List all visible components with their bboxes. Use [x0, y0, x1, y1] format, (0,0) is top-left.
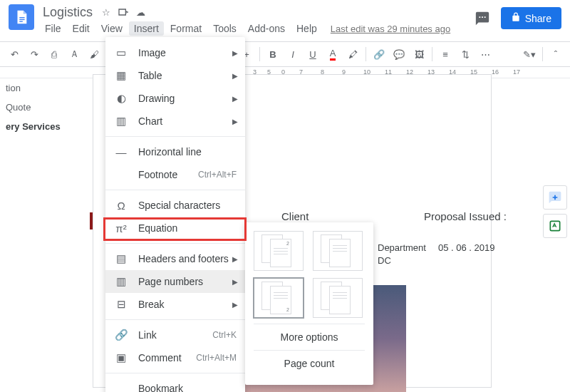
doc-client-line2: DC — [378, 255, 391, 266]
insert-menu-dropdown: ▭Image▶ ▦Table▶ ◐Drawing▶ ▥Chart▶ ―Horiz… — [105, 37, 245, 392]
menu-item-headers-footers[interactable]: ▤Headers and footers▶ — [105, 247, 245, 270]
menu-format[interactable]: Format — [165, 21, 207, 36]
pagenum-option-bottom-right-skip-first[interactable] — [313, 278, 363, 318]
outline-item[interactable]: ery Services — [0, 117, 86, 136]
italic-icon[interactable]: I — [284, 46, 301, 63]
move-icon[interactable] — [117, 6, 130, 19]
submenu-arrow-icon: ▶ — [232, 118, 238, 125]
star-icon[interactable]: ☆ — [100, 6, 113, 19]
pagenum-icon: ▥ — [114, 274, 128, 289]
doc-date: 05 . 06 . 2019 — [438, 242, 495, 253]
menu-item-table[interactable]: ▦Table▶ — [105, 64, 245, 87]
redo-icon[interactable]: ↷ — [26, 46, 43, 63]
align-icon[interactable]: ≡ — [437, 46, 454, 63]
submenu-arrow-icon: ▶ — [232, 255, 238, 263]
menu-addons[interactable]: Add-ons — [243, 21, 290, 36]
menu-item-special-chars[interactable]: ΩSpecial characters — [105, 194, 245, 217]
editing-mode-icon[interactable]: ✎▾ — [521, 46, 538, 63]
more-icon[interactable]: ⋯ — [477, 46, 494, 63]
menu-item-hr[interactable]: ―Horizontal line — [105, 140, 245, 163]
text-color-icon[interactable]: A — [324, 46, 341, 63]
title-bar: Logistics ☆ ☁ File Edit View Insert Form… — [0, 0, 570, 41]
insert-link-icon[interactable]: 🔗 — [370, 46, 388, 63]
menu-item-drawing[interactable]: ◐Drawing▶ — [105, 87, 245, 110]
spellcheck-icon[interactable]: Ａ — [66, 46, 83, 63]
document-title[interactable]: Logistics — [40, 5, 95, 20]
omega-icon: Ω — [114, 198, 128, 212]
cloud-icon[interactable]: ☁ — [134, 6, 147, 19]
highlight-icon[interactable]: 🖍 — [344, 46, 361, 63]
svg-rect-1 — [19, 19, 24, 20]
insert-comment-icon[interactable]: 💬 — [390, 46, 408, 63]
share-label: Share — [525, 13, 551, 24]
bookmark-icon — [114, 381, 128, 392]
break-icon: ⊟ — [114, 297, 128, 311]
svg-rect-0 — [19, 17, 24, 18]
submenu-arrow-icon: ▶ — [232, 72, 238, 80]
menu-insert[interactable]: Insert — [129, 21, 164, 36]
open-comments-icon[interactable] — [472, 9, 492, 29]
share-button[interactable]: Share — [501, 7, 561, 29]
pi-icon: π² — [114, 221, 128, 235]
table-icon: ▦ — [114, 68, 128, 83]
pagenum-page-count[interactable]: Page count — [254, 350, 365, 376]
page-numbers-submenu: 2 2 More options Page count — [245, 222, 373, 385]
submenu-arrow-icon: ▶ — [232, 278, 238, 286]
drawing-icon: ◐ — [114, 91, 128, 105]
footnote-icon — [114, 167, 128, 182]
pagenum-option-top-right[interactable]: 2 — [254, 231, 304, 271]
bold-icon[interactable]: B — [264, 46, 281, 63]
header-icon: ▤ — [114, 252, 128, 266]
insert-image-icon[interactable]: 🖼 — [410, 46, 428, 63]
document-outline: tion Quote ery Services — [0, 78, 86, 136]
last-edit-link[interactable]: Last edit was 29 minutes ago — [331, 24, 450, 34]
paint-format-icon[interactable]: 🖌 — [86, 46, 103, 63]
hr-icon: ― — [114, 145, 128, 159]
menu-item-page-numbers[interactable]: ▥Page numbers▶ — [105, 270, 245, 293]
doc-client-label: Client — [281, 210, 309, 222]
toolbar: ↶ ↷ ⎙ Ａ 🖌 1 − 13 + B I U A 🖍 🔗 💬 🖼 ≡ ⇅ ⋯… — [0, 41, 570, 67]
menu-view[interactable]: View — [96, 21, 128, 36]
link-icon: 🔗 — [114, 328, 128, 342]
menu-edit[interactable]: Edit — [68, 21, 95, 36]
menu-item-bookmark[interactable]: Bookmark — [105, 377, 245, 392]
undo-icon[interactable]: ↶ — [6, 46, 23, 63]
submenu-arrow-icon: ▶ — [232, 49, 238, 57]
chart-icon: ▥ — [114, 114, 128, 128]
submenu-arrow-icon: ▶ — [232, 95, 238, 103]
pagenum-option-top-right-skip-first[interactable] — [313, 231, 363, 271]
lock-icon — [511, 12, 521, 24]
pagenum-more-options[interactable]: More options — [254, 324, 365, 350]
docs-app-icon[interactable] — [9, 4, 34, 30]
menu-help[interactable]: Help — [291, 21, 322, 36]
menu-tools[interactable]: Tools — [208, 21, 242, 36]
menu-item-link[interactable]: 🔗LinkCtrl+K — [105, 324, 245, 346]
outline-item[interactable]: Quote — [0, 98, 86, 117]
menu-item-image[interactable]: ▭Image▶ — [105, 41, 245, 64]
collapse-icon[interactable]: ˆ — [547, 46, 564, 63]
svg-rect-2 — [19, 21, 23, 22]
suggest-edits-icon[interactable] — [543, 214, 567, 238]
doc-client-line1: Department — [378, 242, 426, 253]
image-icon: ▭ — [114, 46, 128, 60]
menu-item-break[interactable]: ⊟Break▶ — [105, 293, 245, 316]
menu-file[interactable]: File — [40, 21, 66, 36]
menu-bar: File Edit View Insert Format Tools Add-o… — [40, 20, 472, 37]
underline-icon[interactable]: U — [304, 46, 321, 63]
print-icon[interactable]: ⎙ — [46, 46, 63, 63]
menu-item-equation[interactable]: π²Equation — [105, 217, 245, 239]
doc-proposal-label: Proposal Issued : — [424, 210, 507, 222]
comment-icon: ▣ — [114, 351, 128, 365]
menu-item-comment[interactable]: ▣CommentCtrl+Alt+M — [105, 346, 245, 369]
outline-item[interactable]: tion — [0, 78, 86, 98]
menu-item-chart[interactable]: ▥Chart▶ — [105, 110, 245, 133]
line-spacing-icon[interactable]: ⇅ — [457, 46, 474, 63]
add-comment-icon[interactable] — [543, 185, 567, 210]
menu-item-footnote[interactable]: FootnoteCtrl+Alt+F — [105, 163, 245, 186]
submenu-arrow-icon: ▶ — [232, 301, 238, 309]
pagenum-option-bottom-right[interactable]: 2 — [254, 278, 304, 318]
